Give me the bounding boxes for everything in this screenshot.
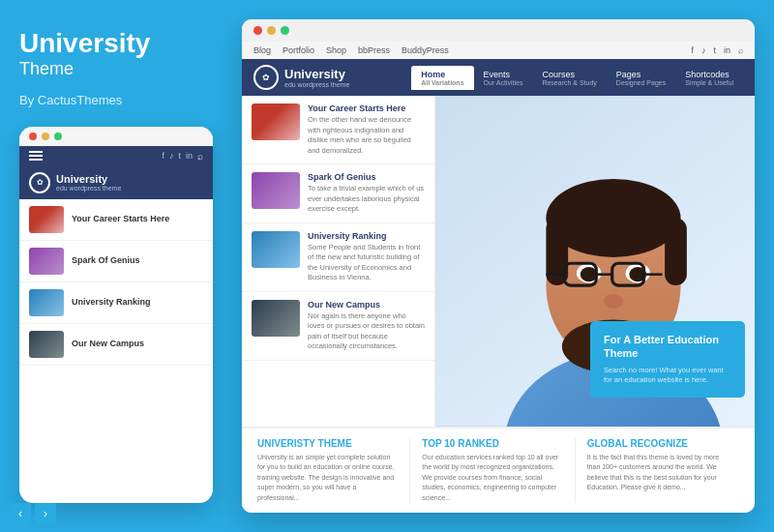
list-item-image — [29, 289, 64, 316]
browser-chrome — [242, 19, 755, 42]
browser-mockup: Blog Portfolio Shop bbPress BuddyPress f… — [242, 19, 755, 513]
footer-col-title: TOP 10 RANKED — [422, 438, 562, 449]
hero-cta-desc: Search no more! What you ever want for a… — [604, 366, 731, 386]
list-item-image — [252, 172, 300, 209]
list-item-title: Spark Of Genius — [308, 172, 425, 182]
topnav-buddypress[interactable]: BuddyPress — [402, 45, 449, 55]
list-item-image — [29, 248, 64, 275]
footer-col-global: GLOBAL RECOGNIZE It is the fact that thi… — [587, 438, 739, 504]
phone-dot-yellow — [42, 133, 49, 140]
list-item-image — [29, 331, 64, 358]
browser-topnav-socials: f ♪ t in ⌕ — [691, 45, 743, 55]
nav-item-pages[interactable]: PagesDesigned Pages — [607, 66, 675, 90]
phone-mockup: f ♪ t in ⌕ ✿ University edu wordpress th… — [19, 127, 213, 503]
browser-list-panel: Your Career Starts Here On the other han… — [242, 96, 435, 427]
list-item-label: University Ranking — [72, 297, 151, 309]
hero-cta-title: For A Better Education Theme — [604, 333, 731, 361]
nav-item-courses[interactable]: CoursesResearch & Study — [532, 66, 606, 90]
list-item-desc: To take a trivial example which of us ev… — [308, 184, 425, 215]
browser-dot-green — [281, 26, 289, 35]
list-item-label: Spark Of Genius — [72, 255, 140, 267]
list-item[interactable]: Our New Campus Nor again is there anyone… — [242, 292, 434, 361]
list-item[interactable]: Our New Campus — [19, 324, 213, 366]
browser-footer: UNIVERISTY THEME University is an simple… — [242, 427, 755, 514]
list-item-title: Our New Campus — [308, 300, 425, 310]
list-item-image — [252, 300, 300, 337]
search-icon[interactable]: ⌕ — [197, 151, 203, 162]
browser-nav-items: HomeAll Variations EventsOur Activities … — [411, 66, 743, 90]
phone-logo-circle: ✿ — [29, 172, 50, 193]
topnav-bbpress[interactable]: bbPress — [358, 45, 390, 55]
footer-col-university: UNIVERISTY THEME University is an simple… — [257, 438, 410, 504]
list-item-label: Our New Campus — [72, 339, 144, 350]
nav-item-shortcodes[interactable]: ShortcodesSimple & Useful — [675, 66, 743, 90]
theme-subtitle: Theme — [19, 59, 213, 79]
browser-logo-circle: ✿ — [253, 65, 279, 90]
list-item[interactable]: Spark Of Genius — [19, 241, 213, 282]
phone-nav: f ♪ t in ⌕ — [19, 146, 213, 166]
browser-dot-red — [253, 26, 262, 35]
phone-list: Your Career Starts Here Spark Of Genius … — [19, 199, 213, 366]
browser-hero: For A Better Education Theme Search no m… — [435, 96, 755, 427]
list-item[interactable]: Your Career Starts Here — [19, 199, 213, 241]
list-item-title: University Ranking — [308, 231, 425, 241]
footer-col-text: Our education services ranked top 10 all… — [422, 453, 562, 504]
footer-col-title: GLOBAL RECOGNIZE — [587, 438, 728, 449]
theme-title: University — [19, 29, 213, 59]
list-item-desc: On the other hand we denounce with right… — [308, 115, 425, 156]
svg-rect-6 — [665, 218, 687, 285]
topnav-portfolio[interactable]: Portfolio — [283, 45, 314, 55]
topnav-linkedin-icon[interactable]: in — [724, 45, 730, 55]
browser-logo-sub: edu wordpress theme — [284, 81, 349, 88]
list-item[interactable]: University Ranking — [19, 282, 213, 324]
music-icon[interactable]: ♪ — [169, 151, 174, 162]
phone-dot-green — [54, 133, 62, 140]
list-item-label: Your Career Starts Here — [72, 214, 169, 225]
phone-header: ✿ University edu wordpress theme — [19, 166, 213, 199]
phone-social-icons: f ♪ t in ⌕ — [162, 151, 203, 162]
browser-logo-name: University — [284, 67, 349, 81]
list-item-title: Your Career Starts Here — [308, 103, 425, 113]
phone-dot-red — [29, 133, 37, 140]
theme-author: By CactusThemes — [19, 93, 213, 107]
footer-col-ranked: TOP 10 RANKED Our education services ran… — [422, 438, 575, 504]
list-item[interactable]: Your Career Starts Here On the other han… — [242, 96, 434, 164]
list-item-desc: Nor again is there anyone who loves or p… — [308, 311, 425, 352]
footer-col-title: UNIVERISTY THEME — [257, 438, 398, 449]
browser-dot-yellow — [267, 26, 276, 35]
topnav-blog[interactable]: Blog — [253, 45, 271, 55]
topnav-twitter-icon[interactable]: t — [713, 45, 716, 55]
hero-cta-box: For A Better Education Theme Search no m… — [590, 321, 745, 398]
topnav-search-icon[interactable]: ⌕ — [738, 45, 743, 55]
hamburger-icon[interactable] — [29, 151, 43, 161]
facebook-icon[interactable]: f — [162, 151, 164, 162]
nav-item-events[interactable]: EventsOur Activities — [474, 66, 533, 90]
topnav-music-icon[interactable]: ♪ — [701, 45, 706, 55]
list-item-image — [29, 206, 64, 233]
left-panel: University Theme By CactusThemes f ♪ t i… — [0, 0, 232, 532]
browser-content: Your Career Starts Here On the other han… — [242, 96, 755, 427]
browser-topnav: Blog Portfolio Shop bbPress BuddyPress f… — [242, 42, 755, 59]
phone-chrome-bar — [19, 127, 213, 146]
list-item-image — [252, 103, 300, 140]
linkedin-icon[interactable]: in — [186, 151, 193, 162]
browser-mainnav: ✿ University edu wordpress theme HomeAll… — [242, 59, 755, 96]
topnav-shop[interactable]: Shop — [326, 45, 346, 55]
list-item-desc: Some People and Students in front of the… — [308, 243, 425, 283]
svg-point-17 — [604, 294, 623, 309]
footer-col-text: It is the fact that this theme is loved … — [587, 453, 728, 493]
list-item[interactable]: University Ranking Some People and Stude… — [242, 223, 434, 292]
twitter-icon[interactable]: t — [178, 151, 181, 162]
browser-topnav-links: Blog Portfolio Shop bbPress BuddyPress — [253, 45, 449, 55]
footer-col-text: University is an simple yet complete sol… — [257, 453, 398, 504]
topnav-facebook-icon[interactable]: f — [691, 45, 694, 55]
phone-university-name: University — [56, 173, 121, 185]
list-item-image — [252, 231, 300, 268]
nav-item-home[interactable]: HomeAll Variations — [411, 66, 473, 90]
browser-logo: ✿ University edu wordpress theme — [253, 65, 349, 90]
list-item[interactable]: Spark Of Genius To take a trivial exampl… — [242, 164, 434, 223]
phone-edu-tagline: edu wordpress theme — [56, 185, 121, 192]
